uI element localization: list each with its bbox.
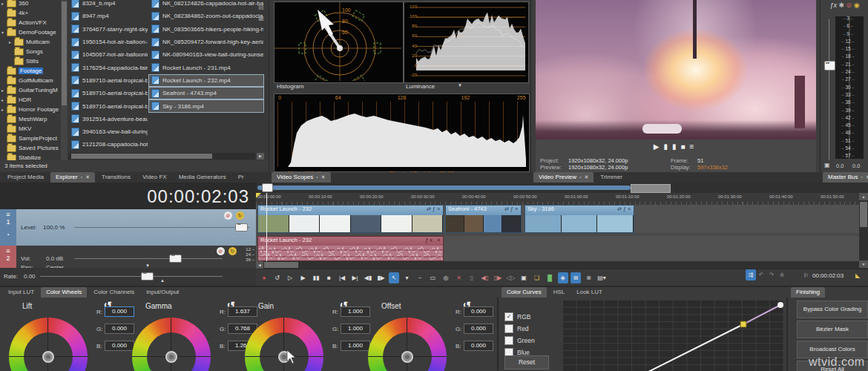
auto-ripple-button[interactable]: ⇶ [746,269,756,280]
close-icon[interactable]: ✕ [584,174,588,180]
loop-playback-button[interactable]: ↺ [272,272,283,283]
file-list-item[interactable]: NK-080940163-view-ball-during-sunse... [148,48,264,61]
fx-icon[interactable]: ƒx [426,237,434,243]
gain-g-value[interactable]: 1.000 [341,324,370,334]
menu-icon[interactable]: ≡ [689,142,698,151]
tab-master-bus[interactable]: Master Bus▫✕ [823,172,868,183]
sidebar-item-stills[interactable]: Stills [0,56,61,66]
tab-video-fx[interactable]: Video FX [137,172,172,183]
stop-icon[interactable]: ■ [680,142,689,151]
close-icon[interactable]: ✕ [85,174,90,180]
clip-menu-icon[interactable]: ≡ [437,206,441,211]
scroll-left-icon[interactable]: ◀ [256,261,263,269]
playhead-handle[interactable] [262,183,273,192]
expand-icon[interactable]: ▸ [1,97,7,102]
file-list-item[interactable]: Rocket Launch - 232.mp4 [148,74,264,87]
lift-g-value[interactable]: 0.000 [105,324,134,334]
close-icon[interactable]: ✕ [321,174,326,180]
timeline-video-clip-sky-3186[interactable]: Sky - 3186 ⇄ƒ≡ [525,205,634,233]
preview-video[interactable] [536,0,816,139]
tools-dropdown-button[interactable]: ▤▾ [596,272,607,283]
wheel-knob[interactable] [278,351,290,363]
tab-color-curves[interactable]: Color Curves [502,287,547,298]
overview-handle[interactable] [631,184,671,193]
pause-icon[interactable]: ▮▮ [663,142,680,151]
track-automation-icon[interactable]: ↻ [228,247,237,255]
event-fx-button[interactable]: ≋ [584,272,594,283]
lift-r-value[interactable]: 0.000 [105,306,134,317]
clip-menu-icon[interactable]: ≡ [437,237,441,243]
sidebar-item-meshwarp[interactable]: MeshWarp [0,114,61,124]
wheel-knob[interactable] [165,351,177,363]
tab-project-media[interactable]: Project Media [2,172,49,183]
sidebar-item-songs[interactable]: Songs [0,47,61,56]
checkbox-icon[interactable]: ✓ [504,312,513,321]
go-to-end-button[interactable]: ▶| [350,272,361,283]
float-window-icon[interactable]: ▫ [316,174,318,180]
sidebar-item-footage[interactable]: Footage [0,66,61,76]
file-list-item[interactable]: 1950154-hot-air-balloon-landin... [68,36,148,48]
tab-video-scopes[interactable]: Video Scopes▫✕ [272,172,331,183]
files-scrollbar[interactable]: ▶ [68,153,255,160]
track-menu-icon[interactable]: ≡ [0,211,16,218]
file-list-item[interactable]: 5189710-aerial-tropical-beach-b... [68,99,148,112]
file-list-item[interactable]: 1045067-hot-air-ballooning.mov [68,48,148,61]
checkbox-icon[interactable] [504,336,513,345]
collapse-icon[interactable]: ▾ [1,30,7,35]
gain-r-value[interactable]: 1.000 [341,306,370,317]
bypass-color-grading-button[interactable]: Bypass Color Grading [797,301,868,318]
video-track-header[interactable]: ≡ 1 ▪ ⊘ ↻ Level: 100,0 % [0,209,256,246]
tree-scrollbar[interactable]: ▼ [61,0,68,171]
lock-event-button[interactable]: ▣ [519,272,529,283]
slip-event-button[interactable]: ◁▷ [506,272,516,283]
track-mute-icon[interactable]: ⊘ [224,211,232,220]
tab-color-wheels[interactable]: Color Wheels [41,287,87,298]
wheel-knob[interactable] [42,351,54,363]
file-list-item[interactable]: Sky - 3186.mp4 [148,99,264,112]
chevron-down-icon[interactable]: ▼ [458,83,462,88]
track-menu-icon[interactable]: ≡ [0,247,16,255]
tab-input-output[interactable]: Input/Output [141,287,184,298]
file-list-item[interactable]: 3764677-starry-night-sky-time-l... [68,23,148,36]
channel-toggle-red[interactable]: Red [504,323,535,335]
scroll-up-icon[interactable]: ▲ [859,193,868,200]
color-wheel[interactable] [132,318,211,371]
timecode-display[interactable]: 00:00:02:03 [147,186,249,207]
file-list-item[interactable]: Seafront - 4743.mp4 [148,87,264,99]
automation-icon[interactable]: ✱ [839,1,845,9]
rate-slider-handle[interactable] [141,272,154,280]
tab-pr[interactable]: Pr [233,172,249,183]
color-wheel[interactable] [9,318,88,371]
detail-view-icon[interactable]: ▦ [258,15,264,22]
file-list-item[interactable]: NK_082384862-zoom-out-cappadocia-... [148,10,264,22]
file-list-item[interactable]: 5189710-aerial-tropical-beach-b... [68,74,148,87]
playhead-line[interactable] [266,193,267,261]
undo-button[interactable]: ↶ [756,269,766,280]
sidebar-item-demofootage[interactable]: ▾ DemoFootage [0,27,61,37]
float-window-icon[interactable]: ▫ [861,174,862,180]
scrollbar-handle[interactable] [71,154,212,159]
list-view-icon[interactable]: ▤ [258,4,264,10]
trim-start-button[interactable]: ◀▯ [480,272,490,283]
channel-toggle-rgb[interactable]: ✓ RGB [504,311,535,323]
color-wheel[interactable] [368,318,447,371]
tab-explorer[interactable]: Explorer▫✕ [50,172,95,183]
clip-menu-icon[interactable]: ≡ [515,206,519,211]
tab-input-lut[interactable]: Input LUT [3,287,39,298]
expand-icon[interactable]: ▸ [1,88,7,93]
sidebar-item-golfmulticam[interactable]: GolfMulticam [0,76,61,85]
zoom-tool-button[interactable]: ◎ [441,272,451,283]
sidebar-item-sampleproject[interactable]: SampleProject [0,134,61,143]
clip-menu-icon[interactable]: ≡ [628,206,632,211]
go-to-start-button[interactable]: |◀ [337,272,347,283]
envelope-tool-button[interactable]: ~ [415,272,425,283]
tool-dropdown-button[interactable]: ▾ [402,272,412,283]
tab-transitions[interactable]: Transitions [96,172,136,183]
timeline-video-clip-seafront-4743[interactable]: Seafront - 4743 ⇄ƒ≡ [445,205,522,233]
lift-b-value[interactable]: 0.000 [105,341,134,351]
sidebar-item-guitartuningm[interactable]: ▸ GuitarTuningM [0,85,61,95]
loop-icon[interactable]: ⇄ [427,206,433,211]
luminance-select[interactable]: Luminance [406,83,435,90]
file-list-item[interactable]: NK_085209472-forward-high-key-aeria... [148,36,264,48]
tab-finishing[interactable]: Finishing [791,287,825,298]
